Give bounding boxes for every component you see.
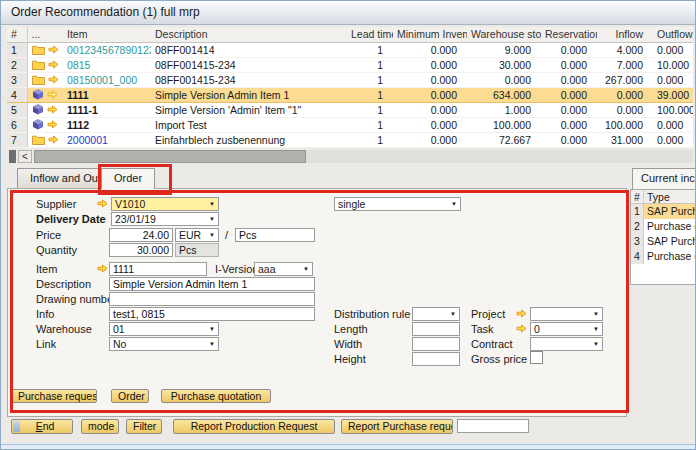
reservation-value: 0.000 [541,102,597,117]
width-input[interactable] [412,337,460,351]
inflow-value: 0.000 [597,87,653,102]
table-row[interactable]: 2 0815 08FF001415-234 1 0.000 30.000 0.0… [7,57,693,72]
tab-order[interactable]: Order [101,168,155,189]
description-input[interactable] [109,277,315,291]
report-production-request-button[interactable]: Report Production Request [173,419,335,434]
default-button-indicator [13,421,20,432]
scrollbar-thumb[interactable] [34,150,306,163]
price-input[interactable] [109,228,173,242]
purchase-request-button[interactable]: Purchase request [11,389,97,403]
supplier-combo[interactable]: V1010▼ [111,197,219,211]
horizontal-scrollbar[interactable] [34,150,693,163]
link-arrow-icon[interactable] [48,60,59,69]
warehouse-combo[interactable]: 01▼ [109,322,219,336]
link-arrow-icon[interactable] [47,90,58,99]
report-purchase-request-button[interactable]: Report Purchase request [341,419,453,434]
gross-price-checkbox[interactable] [530,351,543,364]
list-item[interactable]: 3 SAP Purchase Order [631,234,696,249]
height-input[interactable] [412,352,460,366]
table-row[interactable]: 3 08150001_000 08FF001415-234 1 0.000 0.… [7,72,693,87]
drawing-number-label: Drawing number [36,293,117,306]
warehouse-stock-value: 1.000 [467,102,541,117]
table-row[interactable]: 5 1111-1 Simple Version 'Admin' Item "1"… [7,102,693,117]
price-uom-input[interactable] [235,228,315,242]
col-header-warehouse-stock: Warehouse stock [467,27,541,42]
contract-combo[interactable]: ▼ [530,337,603,351]
link-arrow-icon[interactable] [48,75,59,84]
length-input[interactable] [412,322,460,336]
task-combo[interactable]: 0▼ [530,322,603,336]
row-number: 4 [631,249,644,264]
item-code-link[interactable]: 1112 [63,117,151,132]
distribution-rule-combo[interactable]: ▼ [412,307,460,321]
link-combo[interactable]: No▼ [109,337,219,351]
item-input[interactable] [109,262,207,276]
outflow-value: 39.000 [653,87,693,102]
recommendation-grid: # ... Item Description Lead time Minimum… [7,27,693,148]
table-row-selected[interactable]: 4 1111 Simple Version Admin Item 1 1 0.0… [7,87,693,102]
quantity-input[interactable] [109,243,173,257]
scroll-left-button[interactable]: < [18,150,32,163]
list-item[interactable]: 2 Purchase order [631,219,696,234]
item-code-link[interactable]: 0815 [63,57,151,72]
link-arrow-icon[interactable] [516,309,528,319]
gross-price-label: Gross price [471,353,527,366]
minimum-inventory-value: 0.000 [393,57,467,72]
link-arrow-icon[interactable] [48,45,59,54]
splitter-handle[interactable] [9,150,16,163]
bottom-text-field[interactable] [457,419,529,433]
table-row[interactable]: 7 2000001 Einfahrblech zusbenennung 1 0.… [7,132,693,147]
project-combo[interactable]: ▼ [530,307,603,321]
order-mode-combo[interactable]: single▼ [334,197,461,211]
row-number: 2 [631,219,644,234]
minimum-inventory-value: 0.000 [393,87,467,102]
end-button[interactable]: End [11,419,73,434]
reservation-value: 0.000 [541,117,597,132]
link-arrow-icon[interactable] [47,120,58,129]
table-row[interactable]: 1 0012345678901234567901 08FF001414 1 0.… [7,42,693,57]
minimum-inventory-value: 0.000 [393,42,467,57]
warehouse-label: Warehouse [36,323,92,336]
row-number: 5 [7,102,27,117]
warehouse-value: 01 [113,323,125,335]
link-arrow-icon[interactable] [97,264,109,274]
lead-time-value: 1 [347,132,393,147]
delivery-date-combo[interactable]: 23/01/19▼ [111,212,219,226]
col-header-inflow: Inflow [597,27,653,42]
link-arrow-icon[interactable] [47,105,58,114]
chevron-down-icon: ▼ [209,216,215,222]
link-arrow-icon[interactable] [516,324,528,334]
link-arrow-icon[interactable] [48,135,59,144]
currency-combo[interactable]: EUR▼ [175,228,219,242]
purchase-quotation-button[interactable]: Purchase quotation [161,389,271,403]
length-label: Length [334,323,368,336]
supplier-value: V1010 [115,198,145,210]
list-item[interactable]: 4 Purchase order [631,249,696,264]
row-number: 4 [7,87,27,102]
filter-button[interactable]: Filter [126,419,162,434]
item-box-icon [32,104,44,115]
quantity-label: Quantity [36,244,77,257]
item-code-link[interactable]: 1111 [63,87,151,102]
warehouse-stock-value: 0.000 [467,72,541,87]
col-header-num: # [631,190,644,203]
table-row[interactable]: 6 1112 Import Test 1 0.000 100.000 0.000… [7,117,693,132]
minimum-inventory-value: 0.000 [393,72,467,87]
iversion-combo[interactable]: aaa▼ [254,262,313,276]
tab-current-incoming[interactable]: Current incoming [632,168,696,189]
link-arrow-icon[interactable] [97,199,109,209]
row-number: 3 [7,72,27,87]
quantity-uom-value: Pcs [179,244,197,256]
order-button[interactable]: Order [111,389,149,403]
info-input[interactable] [109,307,315,321]
item-code-link[interactable]: 2000001 [63,132,151,147]
item-code-link[interactable]: 1111-1 [63,102,151,117]
chevron-down-icon: ▼ [209,341,215,347]
mode-button[interactable]: mode [81,419,119,434]
item-code-link[interactable]: 08150001_000 [63,72,151,87]
link-value: No [113,338,126,350]
item-code-link[interactable]: 0012345678901234567901 [63,42,151,57]
col-header-reservation: Reservation [541,27,597,42]
drawing-number-input[interactable] [109,292,315,306]
list-item[interactable]: 1 SAP Purchase Order [631,204,696,219]
